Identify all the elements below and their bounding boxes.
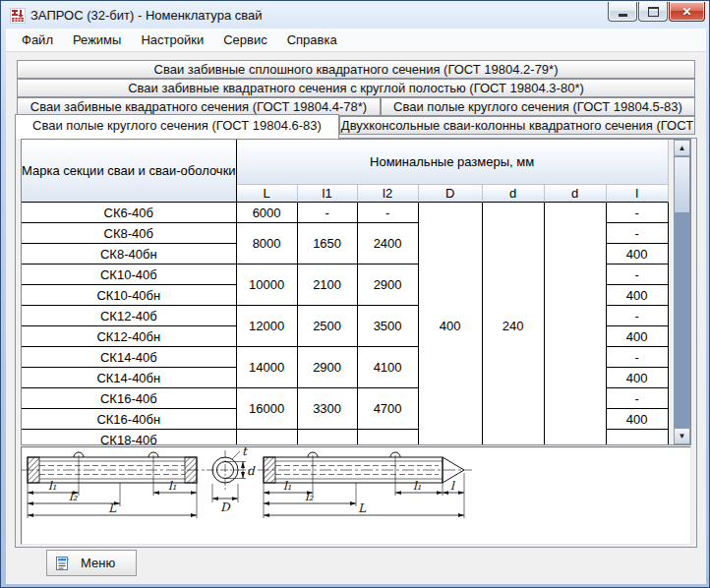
cell-D-merged: 400 xyxy=(419,203,483,445)
dim-D-label: D xyxy=(220,500,231,514)
pile-drawing: l₁ l₁ l₂ L xyxy=(22,447,690,544)
scroll-up-button[interactable]: ▲ xyxy=(674,140,690,156)
cell-mark: СК10-40бн xyxy=(22,285,237,306)
pile-drawing-panel: l₁ l₁ l₂ L xyxy=(21,446,691,545)
cell-mark: СК16-40б xyxy=(22,388,237,409)
header-l: l xyxy=(607,185,669,203)
cell-l1 xyxy=(298,430,358,445)
cell-L: 6000 xyxy=(237,203,298,223)
cell-l2: 3500 xyxy=(358,306,419,347)
cell-mark: СК12-40бн xyxy=(22,326,237,347)
cell-mark: СК6-40б xyxy=(22,203,237,223)
cell-l: - xyxy=(607,203,669,223)
cell-mark: СК8-40б xyxy=(22,223,237,244)
menu-button[interactable]: Меню xyxy=(46,550,137,576)
close-button[interactable]: ✕ xyxy=(669,2,705,22)
piles-grid: Марка секции сваи и сваи-оболочки Номина… xyxy=(21,139,691,445)
titlebar[interactable]: ЗАПРОС (32-бит) - Номенклатура свай xyxy=(2,2,708,29)
header-nominal-sizes: Номинальные размеры, мм xyxy=(237,140,669,185)
dim-l2-label: l₂ xyxy=(69,490,79,503)
cell-l: 400 xyxy=(607,409,669,430)
cell-l: 400 xyxy=(607,326,669,347)
cell-L: 16000 xyxy=(237,388,298,430)
cell-mark: СК12-40б xyxy=(22,306,237,326)
menu-file[interactable]: Файл xyxy=(12,29,63,50)
arrow-up-icon: ▲ xyxy=(679,144,686,152)
window-title: ЗАПРОС (32-бит) - Номенклатура свай xyxy=(30,8,263,23)
menu-button-label: Меню xyxy=(81,556,115,570)
cell-mark: СК14-40бн xyxy=(22,368,237,388)
cell-l1: 1650 xyxy=(298,223,358,265)
menu-modes[interactable]: Режимы xyxy=(63,29,131,50)
cell-mark: СК16-40бн xyxy=(22,409,237,430)
header-d2: d xyxy=(545,185,607,203)
cell-d2-merged xyxy=(545,203,607,445)
cell-l1: 2900 xyxy=(298,347,358,388)
table-body: СК6-40б6000--400240-СК8-40б800016502400-… xyxy=(22,203,669,445)
cell-l1: 3300 xyxy=(298,388,358,430)
pile-cross-section: t d D xyxy=(207,447,256,514)
cell-l2: - xyxy=(358,203,419,223)
menu-settings[interactable]: Настройки xyxy=(131,29,213,50)
cell-l2: 2400 xyxy=(358,223,419,265)
piles-table: Марка секции сваи и сваи-оболочки Номина… xyxy=(22,140,669,445)
cell-l: 400 xyxy=(607,285,669,306)
cell-mark: СК18-40б xyxy=(22,430,237,445)
header-L: L xyxy=(237,185,298,203)
dim-L-label: L xyxy=(108,501,117,515)
dim-l1-label: l₁ xyxy=(283,479,292,493)
dim-l-label: l xyxy=(450,479,455,493)
dim-l1-label: l₁ xyxy=(48,479,57,493)
header-l2: l2 xyxy=(358,185,419,203)
cell-l2: 4100 xyxy=(358,347,419,388)
pile-side-view-flat: l₁ l₁ l₂ L xyxy=(22,452,205,518)
tab-gost-19804-5-83[interactable]: Сваи полые круглого сечения (ГОСТ 19804.… xyxy=(381,97,695,116)
cell-L: 8000 xyxy=(237,223,298,265)
table-row: СК6-40б6000--400240- xyxy=(22,203,669,223)
cell-l: - xyxy=(607,265,669,285)
pile-side-view-pointed: l₁ l₁ l l₂ L xyxy=(258,452,472,518)
cell-l2: 2900 xyxy=(358,265,419,306)
dim-t-label: t xyxy=(242,447,248,458)
header-D: D xyxy=(419,185,483,203)
cell-L: 12000 xyxy=(237,306,298,347)
cell-d1-merged: 240 xyxy=(483,203,545,445)
cell-l xyxy=(607,430,669,445)
tab-gost-19804-6-83-active[interactable]: Сваи полые круглого сечения (ГОСТ 19804.… xyxy=(15,114,339,139)
cell-l: 400 xyxy=(607,244,669,265)
maximize-button[interactable] xyxy=(638,2,668,22)
header-d1: d xyxy=(483,185,545,203)
tab-gost-19804-7-83[interactable]: Двухконсольные сваи-колонны квадратного … xyxy=(339,116,695,135)
tab-gost-19804-2-79[interactable]: Сваи забивные сплошного квадратного сече… xyxy=(17,60,695,79)
dim-d-label: d xyxy=(247,464,256,478)
cell-l: - xyxy=(607,223,669,244)
close-icon: ✕ xyxy=(681,6,691,18)
menubar: Файл Режимы Настройки Сервис Справка xyxy=(6,29,706,52)
header-mark: Марка секции сваи и сваи-оболочки xyxy=(22,140,237,203)
minimize-icon xyxy=(619,14,627,17)
dim-L-label: L xyxy=(358,501,367,515)
cell-l1: 2100 xyxy=(298,265,358,306)
scroll-down-button[interactable]: ▼ xyxy=(674,428,690,444)
client-area: Файл Режимы Настройки Сервис Справка Сва… xyxy=(6,29,706,584)
tab-page: Марка секции сваи и сваи-оболочки Номина… xyxy=(15,138,697,548)
scroll-thumb[interactable] xyxy=(674,156,690,213)
dim-l2-label: l₂ xyxy=(305,490,315,503)
tab-control: Сваи забивные сплошного квадратного сече… xyxy=(15,58,697,548)
dim-l1-label: l₁ xyxy=(168,479,177,493)
cell-L: 10000 xyxy=(237,265,298,306)
cell-l1: - xyxy=(298,203,358,223)
cell-l: 400 xyxy=(607,368,669,388)
cell-l2 xyxy=(358,430,419,445)
vertical-scrollbar[interactable]: ▲ ▼ xyxy=(674,140,690,444)
tab-gost-19804-3-80[interactable]: Сваи забивные квадратного сечения с круг… xyxy=(17,79,695,97)
header-l1: l1 xyxy=(298,185,358,203)
cell-L xyxy=(237,430,298,445)
menu-help[interactable]: Справка xyxy=(277,29,347,50)
menu-list-icon xyxy=(55,556,71,571)
minimize-button[interactable] xyxy=(608,2,637,22)
cell-l: - xyxy=(607,388,669,409)
menu-service[interactable]: Сервис xyxy=(213,29,277,50)
arrow-down-icon: ▼ xyxy=(679,432,686,441)
dim-l1-label: l₁ xyxy=(413,479,422,493)
